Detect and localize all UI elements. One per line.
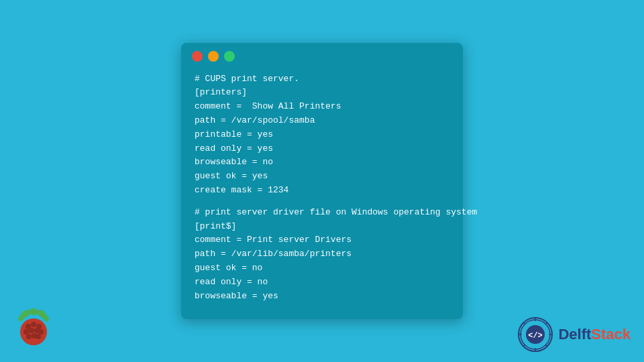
maximize-button[interactable] [224, 51, 235, 62]
svg-point-9 [23, 329, 29, 335]
svg-point-7 [31, 322, 36, 327]
svg-line-24 [545, 322, 547, 324]
delft-icon: </> [518, 317, 553, 352]
delftstack-logo: </> DelftStack [518, 317, 631, 352]
line-9: create mask = 1234 [195, 184, 449, 198]
delftstack-text: DelftStack [558, 326, 631, 343]
svg-point-1 [29, 308, 38, 315]
svg-line-22 [523, 322, 525, 324]
line-3: comment = Show All Printers [195, 100, 449, 114]
line-6: read only = yes [195, 142, 449, 156]
svg-line-25 [523, 345, 525, 347]
line-11: [print$] [195, 220, 449, 234]
line-13: path = /var/lib/samba/printers [195, 247, 449, 261]
svg-point-10 [29, 328, 34, 333]
line-12: comment = Print server Drivers [195, 233, 449, 247]
title-bar [181, 43, 463, 70]
stack-label: Stack [591, 326, 631, 343]
line-16: browseable = yes [195, 290, 449, 304]
close-button[interactable] [192, 51, 203, 62]
terminal-window: # CUPS print server. [printers] comment … [181, 43, 463, 320]
line-1: # CUPS print server. [195, 72, 449, 86]
raspberry-pi-logo [13, 308, 54, 349]
svg-point-15 [36, 334, 41, 339]
line-14: guest ok = no [195, 261, 449, 276]
delft-label: Delft [558, 326, 591, 343]
line-4: path = /var/spool/samba [195, 114, 449, 128]
line-5: printable = yes [195, 128, 449, 142]
svg-point-12 [38, 329, 44, 335]
terminal-content: # CUPS print server. [printers] comment … [181, 70, 463, 320]
line-7: browseable = no [195, 156, 449, 170]
line-8: guest ok = yes [195, 170, 449, 184]
line-10: # print server driver file on Windows op… [195, 206, 449, 220]
svg-point-13 [26, 334, 32, 339]
svg-text:</>: </> [529, 331, 543, 341]
line-2: [printers] [195, 86, 449, 100]
minimize-button[interactable] [208, 51, 219, 62]
svg-line-23 [545, 345, 547, 347]
line-15: read only = no [195, 276, 449, 290]
